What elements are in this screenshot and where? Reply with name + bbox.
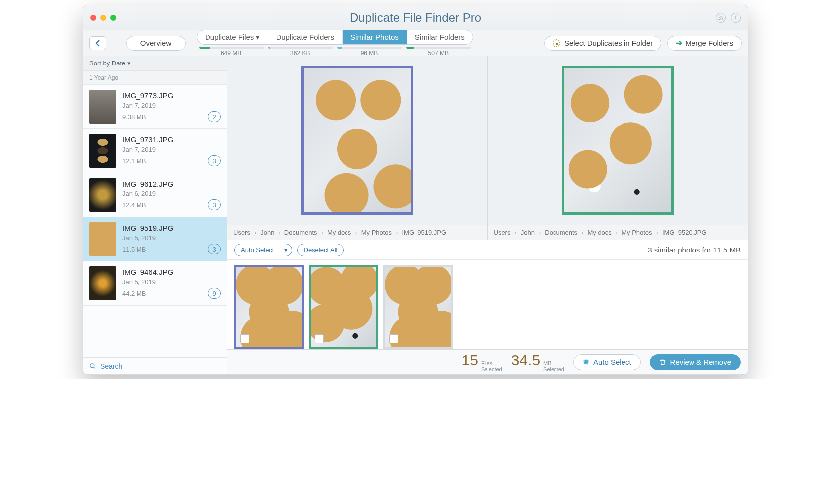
svg-point-0 xyxy=(719,19,720,20)
list-item[interactable]: IMG_9519.JPGJan 5, 201911.5 MB3 xyxy=(83,217,227,261)
file-date: Jan 7, 2019 xyxy=(122,102,221,109)
svg-point-1 xyxy=(90,363,94,367)
preview-image-right[interactable] xyxy=(562,66,674,215)
file-date: Jan 5, 2019 xyxy=(122,278,221,286)
chevron-down-icon: ▾ xyxy=(127,60,131,67)
footer: 15 FilesSelected 34.5 MBSelected ✺ Auto … xyxy=(227,349,748,374)
mb-count: 34.5 xyxy=(511,352,540,369)
toolbar: Overview Duplicate Files▾Duplicate Folde… xyxy=(83,30,748,56)
select-duplicates-label: Select Duplicates in Folder xyxy=(564,39,653,47)
thumbnail xyxy=(89,266,116,300)
tab-size-label: 649 MB xyxy=(221,50,241,57)
file-size: 12.4 MB xyxy=(122,201,146,209)
titlebar: Duplicate File Finder Pro i xyxy=(83,5,748,30)
file-date: Jan 7, 2019 xyxy=(122,146,221,153)
thumbnail xyxy=(89,134,116,168)
strip-summary: 3 similar photos for 11.5 MB xyxy=(648,246,741,254)
compare-view: Users›John›Documents›My docs›My Photos›I… xyxy=(227,56,748,240)
list-item[interactable]: IMG_9612.JPGJan 6, 201912.4 MB3 xyxy=(83,173,227,217)
count-badge: 3 xyxy=(208,199,221,210)
app-window: Duplicate File Finder Pro i Overview Dup… xyxy=(83,5,748,375)
main-panel: Users›John›Documents›My docs›My Photos›I… xyxy=(227,56,748,374)
list-item[interactable]: IMG_9731.JPGJan 7, 201912.1 MB3 xyxy=(83,129,227,173)
sort-dropdown[interactable]: Sort by Date ▾ xyxy=(83,56,227,71)
strip-thumbnail[interactable] xyxy=(383,265,453,349)
file-size: 9.38 MB xyxy=(122,113,146,121)
file-name: IMG_9464.JPG xyxy=(122,268,221,276)
breadcrumb-left[interactable]: Users›John›Documents›My docs›My Photos›I… xyxy=(227,225,487,240)
minimize-window-icon[interactable] xyxy=(100,15,106,21)
tab-size-label: 96 MB xyxy=(361,50,378,57)
thumbnail xyxy=(89,178,116,212)
count-badge: 9 xyxy=(208,288,221,299)
tab-size-label: 362 KB xyxy=(290,50,310,57)
trash-icon xyxy=(659,359,666,366)
strip-thumbnail[interactable] xyxy=(234,265,304,349)
strip-thumbnail[interactable] xyxy=(309,265,378,349)
thumbnail xyxy=(89,90,116,124)
tab-similar-photos[interactable]: Similar Photos xyxy=(343,30,407,44)
search-icon xyxy=(89,363,96,370)
category-tabs: Duplicate Files▾Duplicate FoldersSimilar… xyxy=(197,30,473,45)
merge-folders-button[interactable]: ➔ Merge Folders xyxy=(667,36,742,51)
rss-icon[interactable] xyxy=(716,13,726,23)
review-remove-button[interactable]: Review & Remove xyxy=(650,354,741,370)
auto-select-split: Auto Select ▾ xyxy=(234,244,292,256)
tab-duplicate-folders[interactable]: Duplicate Folders xyxy=(268,30,343,44)
files-selected-stat: 15 FilesSelected xyxy=(462,352,502,372)
file-date: Jan 6, 2019 xyxy=(122,190,221,197)
deselect-all-button[interactable]: Deselect All xyxy=(297,244,344,256)
svg-line-2 xyxy=(94,367,95,368)
file-list: IMG_9773.JPGJan 7, 20199.38 MB2IMG_9731.… xyxy=(83,85,227,357)
compare-pane-left: Users›John›Documents›My docs›My Photos›I… xyxy=(227,56,488,240)
overview-button[interactable]: Overview xyxy=(126,36,186,51)
file-date: Jan 5, 2019 xyxy=(122,234,221,242)
file-name: IMG_9773.JPG xyxy=(122,91,221,100)
tab-similar-folders[interactable]: Similar Folders xyxy=(407,30,473,44)
zoom-window-icon[interactable] xyxy=(110,15,116,21)
checkbox[interactable] xyxy=(240,334,249,343)
file-name: IMG_9519.JPG xyxy=(122,224,221,232)
thumbnail xyxy=(89,222,116,256)
list-item[interactable]: IMG_9464.JPGJan 5, 201944.2 MB9 xyxy=(83,261,227,306)
mb-selected-stat: 34.5 MBSelected xyxy=(511,352,564,372)
strip-toolbar: Auto Select ▾ Deselect All 3 similar pho… xyxy=(227,240,748,260)
search-label: Search xyxy=(100,362,122,370)
merge-folders-label: Merge Folders xyxy=(685,39,733,47)
auto-select-button[interactable]: Auto Select xyxy=(234,244,280,256)
traffic-lights xyxy=(90,15,116,21)
sidebar: Sort by Date ▾ 1 Year Ago IMG_9773.JPGJa… xyxy=(83,56,227,374)
file-size: 11.5 MB xyxy=(122,246,146,253)
sort-label: Sort by Date xyxy=(89,60,125,67)
back-button[interactable] xyxy=(89,36,106,50)
sparkle-icon: ✺ xyxy=(583,357,589,367)
count-badge: 3 xyxy=(208,244,221,254)
compare-pane-right: Users›John›Documents›My docs›My Photos›I… xyxy=(488,56,748,240)
tab-size-label: 507 MB xyxy=(428,50,449,57)
close-window-icon[interactable] xyxy=(90,15,96,21)
count-badge: 3 xyxy=(208,155,221,166)
file-name: IMG_9612.JPG xyxy=(122,180,221,188)
preview-image-left[interactable] xyxy=(301,66,413,215)
footer-auto-select-button[interactable]: ✺ Auto Select xyxy=(573,354,641,370)
thumbnails-strip xyxy=(227,260,748,349)
select-duplicates-button[interactable]: Select Duplicates in Folder xyxy=(544,36,661,51)
list-item[interactable]: IMG_9773.JPGJan 7, 20199.38 MB2 xyxy=(83,85,227,129)
app-title: Duplicate File Finder Pro xyxy=(83,11,748,25)
target-icon xyxy=(553,39,560,47)
chevron-down-icon: ▾ xyxy=(256,33,260,42)
auto-select-dropdown[interactable]: ▾ xyxy=(280,244,292,256)
merge-icon: ➔ xyxy=(676,38,681,48)
tab-duplicate-files[interactable]: Duplicate Files▾ xyxy=(197,30,268,44)
file-size: 12.1 MB xyxy=(122,157,146,165)
file-name: IMG_9731.JPG xyxy=(122,135,221,144)
search-field[interactable]: Search xyxy=(83,357,227,374)
count-badge: 2 xyxy=(208,111,221,122)
section-header: 1 Year Ago xyxy=(83,71,227,85)
info-icon[interactable]: i xyxy=(731,13,741,23)
checkbox[interactable] xyxy=(389,334,398,343)
file-size: 44.2 MB xyxy=(122,290,146,297)
breadcrumb-right[interactable]: Users›John›Documents›My docs›My Photos›I… xyxy=(488,225,748,240)
files-count: 15 xyxy=(462,352,478,369)
checkbox[interactable] xyxy=(315,334,324,343)
